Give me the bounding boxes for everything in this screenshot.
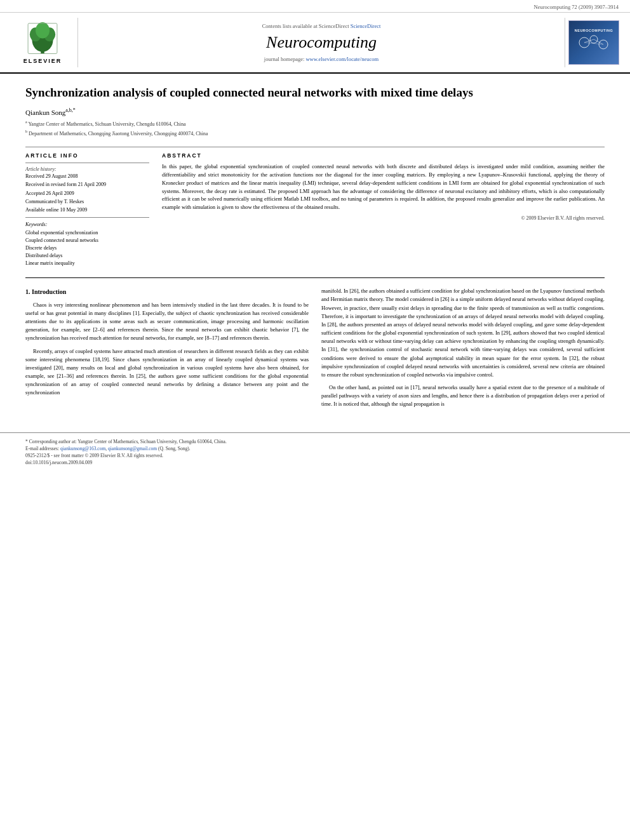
author-name: Qiankun Song	[25, 108, 65, 116]
affil-sup-b: b	[25, 130, 27, 133]
elsevier-tree-icon	[23, 22, 62, 57]
svg-line-9	[584, 39, 594, 43]
affiliation-b: b Department of Mathematics, Chongqing J…	[25, 129, 605, 138]
email-label: E-mail addresses:	[25, 446, 59, 451]
svg-point-4	[36, 22, 50, 38]
keyword-2: Coupled connected neural networks	[25, 237, 149, 244]
footer-email-line: E-mail addresses: qiankunsong@163.com, q…	[25, 445, 605, 452]
divider-1	[25, 163, 149, 163]
article-title: Synchronization analysis of coupled conn…	[25, 85, 605, 101]
footer-copyright-line: 0925-2312/$ - see front matter © 2009 El…	[25, 453, 163, 458]
article-content: Synchronization analysis of coupled conn…	[0, 74, 630, 426]
journal-badge-area: NEUROCOMPUTING	[565, 18, 622, 67]
abstract-copyright: © 2009 Elsevier B.V. All rights reserved…	[162, 215, 605, 221]
available-online: Available online 10 May 2009	[25, 206, 149, 213]
sciencedirect-link[interactable]: ScienceDirect	[351, 23, 381, 29]
article-info-column: ARTICLE INFO Article history: Received 2…	[25, 152, 149, 267]
body-para-1: Chaos is very interesting nonlinear phen…	[25, 301, 309, 343]
received-date: Received 29 August 2008	[25, 173, 149, 180]
keyword-3: Discrete delays	[25, 244, 149, 252]
keyword-5: Linear matrix inequality	[25, 260, 149, 267]
elsevier-wordmark: ELSEVIER	[23, 58, 62, 64]
journal-center-info: Contents lists available at ScienceDirec…	[77, 18, 565, 67]
received-revised-date: Received in revised form 21 April 2009	[25, 181, 149, 188]
email-link-2[interactable]: qiankunsong@gmail.com	[108, 446, 157, 451]
footer-corresponding-note: * Corresponding author at: Yangtze Cente…	[25, 439, 227, 444]
article-footer: * Corresponding author at: Yangtze Cente…	[0, 432, 630, 470]
journal-title: Neurocomputing	[266, 33, 377, 52]
body-para-2: Recently, arrays of coupled systems have…	[25, 347, 309, 397]
journal-header: ELSEVIER Contents lists available at Sci…	[0, 13, 630, 74]
keywords-label: Keywords:	[25, 222, 149, 227]
author-superscript: a,b,*	[65, 107, 76, 113]
affiliations: a Yangtze Center of Mathematics, Sichuan…	[25, 119, 605, 138]
homepage-url[interactable]: www.elsevier.com/locate/neucom	[305, 56, 379, 62]
footer-doi: doi:10.1016/j.neucom.2009.04.009	[25, 459, 605, 466]
contents-line: Contents lists available at ScienceDirec…	[262, 23, 381, 29]
homepage-label: journal homepage:	[264, 56, 305, 62]
email-names: (Q. Song, Song).	[158, 446, 191, 451]
badge-title: NEUROCOMPUTING	[575, 29, 613, 57]
journal-ref: Neurocomputing 72 (2009) 3907–3914	[534, 4, 619, 10]
body-col-right: manifold. In [26], the authors obtained …	[321, 287, 605, 413]
communicated-by: Communicated by T. Heskes	[25, 198, 149, 205]
elsevier-logo: ELSEVIER	[23, 22, 62, 64]
journal-reference-bar: Neurocomputing 72 (2009) 3907–3914	[0, 0, 630, 13]
abstract-text: In this paper, the global exponential sy…	[162, 163, 605, 211]
accepted-date: Accepted 26 April 2009	[25, 190, 149, 197]
affil-text-a: Yangtze Center of Mathematics, Sichuan U…	[28, 121, 185, 127]
divider-2	[25, 217, 149, 218]
corresponding-author-note: * Corresponding author at: Yangtze Cente…	[25, 438, 605, 445]
badge-graphic	[575, 33, 613, 55]
article-authors: Qiankun Songa,b,*	[25, 107, 605, 116]
body-para-3: manifold. In [26], the authors obtained …	[321, 287, 605, 379]
abstract-heading: ABSTRACT	[162, 152, 605, 159]
neurocomputing-badge: NEUROCOMPUTING	[568, 20, 619, 65]
doi-line: doi:10.1016/j.neucom.2009.04.009	[25, 460, 92, 465]
body-section: 1. Introduction Chaos is very interestin…	[25, 277, 605, 413]
contents-text: Contents lists available at ScienceDirec…	[262, 23, 349, 29]
footer-copyright: 0925-2312/$ - see front matter © 2009 El…	[25, 452, 605, 459]
article-info-heading: ARTICLE INFO	[25, 152, 149, 159]
affiliation-a: a Yangtze Center of Mathematics, Sichuan…	[25, 119, 605, 128]
body-col-left: 1. Introduction Chaos is very interestin…	[25, 287, 309, 413]
affil-sup-a: a	[25, 120, 27, 124]
keyword-4: Distributed delays	[25, 252, 149, 260]
email-link-1[interactable]: qiankunsong@163.com	[60, 446, 105, 451]
page-wrapper: Neurocomputing 72 (2009) 3907–3914 EL	[0, 0, 630, 840]
journal-homepage: journal homepage: www.elsevier.com/locat…	[264, 56, 379, 62]
affil-text-b: Department of Mathematics, Chongqing Jia…	[29, 130, 208, 136]
abstract-column: ABSTRACT In this paper, the global expon…	[162, 152, 605, 267]
section1-title: 1. Introduction	[25, 287, 309, 297]
body-para-4: On the other hand, as pointed out in [17…	[321, 383, 605, 409]
history-label: Article history:	[25, 166, 149, 172]
article-info-abstract-section: ARTICLE INFO Article history: Received 2…	[25, 147, 605, 267]
keyword-1: Global exponential synchronization	[25, 229, 149, 237]
elsevier-logo-area: ELSEVIER	[8, 18, 77, 67]
